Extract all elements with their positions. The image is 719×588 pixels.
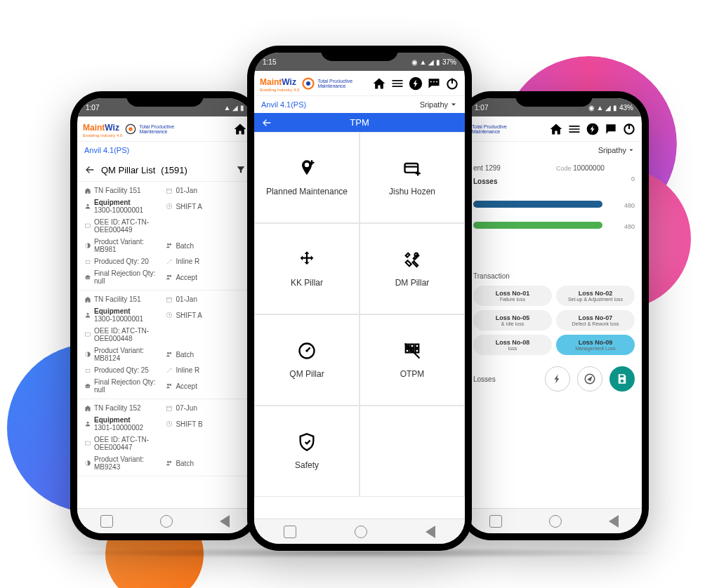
app-header: MaintWiz Enabling Industry 4.0 Total Pro… [77, 116, 253, 142]
android-navbar[interactable] [466, 508, 642, 533]
list-body[interactable]: TN Facility 15101-JanEquipment1300-10000… [77, 182, 253, 508]
nav-back-icon[interactable] [220, 515, 230, 528]
filter-icon[interactable] [236, 165, 246, 175]
svg-point-23 [87, 422, 89, 424]
svg-point-28 [170, 461, 172, 463]
sub-header: Anvil 4.1(PS) [77, 142, 253, 159]
nav-home-icon[interactable] [549, 515, 562, 528]
loss-pill[interactable]: Loss No-08loss [473, 335, 552, 355]
tpm-tile-jishu-hozen[interactable]: Jishu Hozen [360, 132, 465, 223]
power-icon[interactable] [622, 122, 636, 136]
loss-pill[interactable]: Loss No-01Failure loss [473, 286, 552, 306]
sub-header: Sripathy [466, 142, 642, 159]
user-dropdown[interactable]: Sripathy [598, 146, 635, 154]
svg-rect-5 [85, 224, 91, 227]
loss-pill[interactable]: Loss No-09Management Loss [556, 335, 635, 355]
tools-icon [402, 250, 422, 269]
bolt-fab[interactable] [545, 366, 570, 392]
tpm-tile-kk-pillar[interactable]: KK Pillar [254, 223, 360, 314]
android-navbar[interactable] [254, 519, 465, 544]
card-plus-icon [402, 159, 422, 178]
home-icon[interactable] [549, 122, 563, 136]
nav-recent-icon[interactable] [489, 515, 502, 528]
svg-rect-15 [85, 333, 91, 336]
status-icons: ◉ ▲ ◢ ▮ 43% [588, 104, 633, 112]
tpm-tile-safety[interactable]: Safety [254, 406, 360, 497]
save-fab[interactable] [609, 366, 635, 392]
tpm-tile-qm-pillar[interactable]: QM Pillar [254, 314, 360, 406]
tpm-tile-otpm[interactable]: OTPM [360, 314, 465, 406]
home-icon[interactable] [233, 122, 247, 136]
svg-point-18 [170, 352, 172, 354]
svg-rect-2 [167, 189, 172, 193]
nav-back-icon[interactable] [426, 526, 435, 538]
list-card[interactable]: TN Facility 15101-JanEquipment1300-10000… [77, 290, 253, 399]
status-icons: ◉ ▲ ◢ ▮ 37% [411, 58, 456, 66]
phone-notch [321, 46, 398, 61]
loss-pill[interactable]: Loss No-02Set-up & Adjustment loss [556, 286, 635, 306]
logo: MaintWiz Enabling Industry 4.0 Total Pro… [83, 121, 174, 138]
chat-icon[interactable] [604, 122, 618, 136]
svg-point-27 [167, 461, 169, 463]
compass-fab[interactable] [577, 366, 602, 392]
tpm-wheel-icon [302, 77, 315, 90]
app-header: Total ProductiveMaintenance [466, 116, 642, 142]
tile-label: DM Pillar [395, 278, 430, 288]
tile-label: Planned Maintenance [266, 187, 348, 196]
nav-home-icon[interactable] [355, 526, 367, 538]
tpm-tile-planned-maintenance[interactable]: Planned Maintenance [254, 132, 360, 223]
chat-icon[interactable] [427, 76, 441, 91]
loss-pill[interactable]: Loss No-07Defect & Rework loss [556, 310, 635, 330]
shield-icon [297, 432, 317, 452]
nav-back-icon[interactable] [609, 515, 619, 528]
tpm-badge: Total ProductiveMaintenance [317, 79, 352, 88]
bolt-icon[interactable] [586, 122, 600, 136]
chevron-down-icon [449, 100, 458, 109]
power-icon[interactable] [445, 76, 459, 91]
list-card[interactable]: TN Facility 15101-JanEquipment1300-10000… [77, 182, 253, 290]
user-dropdown[interactable]: Sripathy [420, 100, 458, 109]
nav-recent-icon[interactable] [284, 526, 296, 538]
back-icon[interactable] [261, 117, 272, 128]
status-time: 1:15 [263, 58, 276, 66]
tile-label: KK Pillar [291, 278, 323, 288]
svg-rect-9 [86, 260, 90, 263]
loss-pill-grid: Loss No-01Failure lossLoss No-02Set-up &… [473, 286, 635, 355]
screen-title: TPM [350, 117, 369, 128]
tpm-badge: Total ProductiveMaintenance [139, 124, 174, 134]
logo: Total ProductiveMaintenance [472, 124, 507, 134]
list-count: (1591) [161, 165, 187, 175]
footer-losses-label: Losses [473, 375, 496, 383]
anvil-label: Anvil 4.1(PS) [84, 146, 129, 154]
phone-right: 1:07 ◉ ▲ ◢ ▮ 43% Total ProductiveMainten… [459, 91, 649, 540]
svg-point-20 [167, 384, 169, 386]
status-icons: ▲ ◢ ▮ [224, 104, 244, 112]
svg-point-10 [167, 275, 169, 277]
svg-point-17 [167, 352, 169, 354]
home-icon[interactable] [372, 76, 386, 91]
entity-field: ent 1299 [473, 164, 552, 172]
bolt-icon[interactable] [409, 76, 423, 91]
tpm-tile-dm-pillar[interactable]: DM Pillar [360, 223, 465, 314]
nav-home-icon[interactable] [160, 515, 173, 528]
titlebar: TPM [254, 113, 465, 132]
list-card[interactable]: TN Facility 15207-JunEquipment1301-10000… [77, 399, 253, 476]
svg-rect-37 [436, 81, 437, 82]
sub-header: Anvil 4.1(PS) Sripathy [254, 96, 465, 113]
transaction-label: Transaction [473, 272, 635, 280]
pin-plus-icon [297, 159, 317, 178]
svg-point-13 [87, 313, 89, 315]
gauge-icon [297, 341, 317, 361]
android-navbar[interactable] [77, 508, 253, 533]
svg-point-7 [167, 243, 169, 246]
svg-rect-19 [86, 369, 90, 372]
tile-label: Safety [295, 460, 319, 470]
app-header: MaintWiz Enabling Industry 4.0 Total Pro… [254, 71, 465, 96]
nav-recent-icon[interactable] [100, 515, 113, 528]
back-icon[interactable] [84, 164, 95, 175]
right-body: ent 1299 Code 10000000 Losses 0 480 480 … [466, 159, 642, 508]
list-header: QM Pillar List (1591) [77, 159, 253, 182]
menu-icon[interactable] [567, 122, 581, 136]
menu-icon[interactable] [390, 76, 404, 91]
loss-pill[interactable]: Loss No-05& Idle loss [473, 310, 552, 330]
